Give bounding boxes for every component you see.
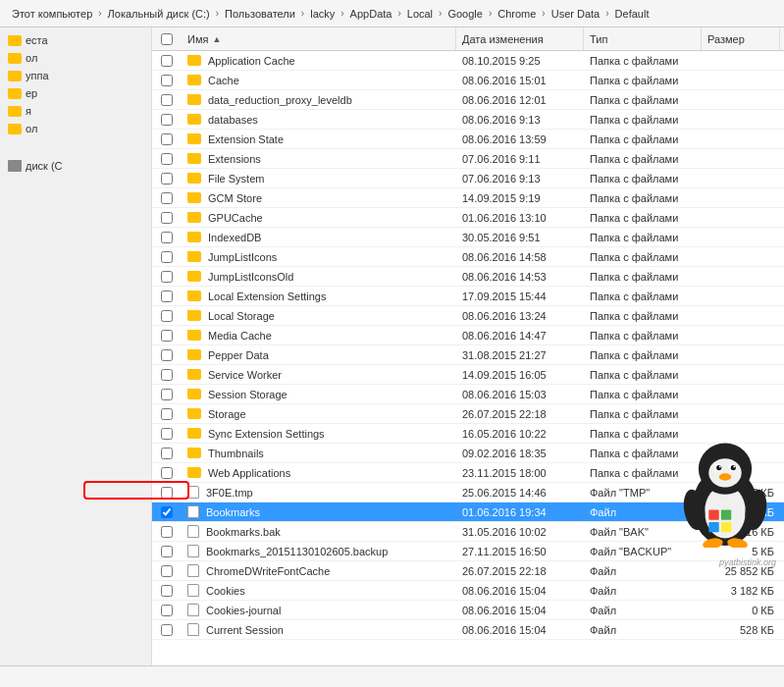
file-date: 08.06.2016 15:04 [456, 601, 584, 619]
row-checkbox[interactable] [161, 565, 173, 577]
row-checkbox[interactable] [161, 133, 173, 145]
file-date: 08.10.2015 9:25 [456, 51, 584, 70]
table-row[interactable]: Service Worker14.09.2015 16:05Папка с фа… [152, 365, 784, 385]
table-row[interactable]: GCM Store14.09.2015 9:19Папка с файлами [152, 188, 784, 208]
file-size [702, 267, 780, 286]
table-row[interactable]: Cookies-journal08.06.2016 15:04Файл0 КБ [152, 601, 784, 620]
table-row[interactable]: Local Extension Settings17.09.2015 15:44… [152, 287, 784, 306]
row-checkbox[interactable] [161, 153, 173, 165]
file-date: 25.06.2015 14:46 [456, 483, 584, 502]
svg-point-9 [733, 466, 735, 468]
file-size [702, 247, 780, 266]
folder-icon [187, 448, 201, 458]
file-area: Имя ▲ Дата изменения Тип Размер Applicat… [152, 27, 784, 665]
svg-point-7 [731, 465, 736, 470]
row-checkbox[interactable] [161, 291, 173, 302]
table-row[interactable]: JumpListIcons08.06.2016 14:58Папка с фай… [152, 247, 784, 267]
file-date: 16.05.2016 10:22 [456, 424, 584, 443]
address-bar[interactable]: Этот компьютер › Локальный диск (C:) › П… [0, 0, 784, 27]
table-row[interactable]: Storage26.07.2015 22:18Папка с файлами [152, 404, 784, 424]
row-checkbox[interactable] [161, 212, 173, 224]
table-row[interactable]: Media Cache08.06.2016 14:47Папка с файла… [152, 326, 784, 345]
row-checkbox[interactable] [161, 310, 173, 322]
file-date: 08.06.2016 9:13 [456, 110, 584, 129]
file-name: JumpListIconsOld [208, 271, 293, 283]
sidebar-item-2[interactable]: уппа [0, 67, 151, 84]
table-row[interactable]: File System07.06.2016 9:13Папка с файлам… [152, 169, 784, 188]
sidebar-item-1[interactable]: ол [0, 49, 151, 67]
row-checkbox[interactable] [161, 389, 173, 400]
col-header-name[interactable]: Имя ▲ [182, 27, 456, 50]
row-checkbox[interactable] [161, 251, 173, 263]
table-row[interactable]: Local Storage08.06.2016 13:24Папка с фай… [152, 306, 784, 326]
file-size [702, 385, 780, 403]
sidebar-item-drive[interactable]: диск (С [0, 157, 151, 175]
sidebar-item-4[interactable]: я [0, 102, 151, 120]
file-name: Application Cache [208, 55, 295, 67]
table-row[interactable]: Cookies08.06.2016 15:04Файл3 182 КБ [152, 581, 784, 601]
row-checkbox[interactable] [161, 173, 173, 185]
table-row[interactable]: Extensions07.06.2016 9:11Папка с файлами [152, 149, 784, 169]
col-header-date[interactable]: Дата изменения [456, 27, 584, 50]
sidebar-item-0[interactable]: еста [0, 31, 151, 49]
col-header-type[interactable]: Тип [584, 27, 702, 50]
folder-icon [8, 71, 22, 81]
watermark: pyatbistink.org [719, 557, 776, 567]
file-date: 07.06.2016 9:11 [456, 149, 584, 168]
table-row[interactable]: JumpListIconsOld08.06.2016 14:53Папка с … [152, 267, 784, 287]
status-bar [0, 665, 784, 687]
row-checkbox[interactable] [161, 467, 173, 479]
file-type: Папка с файлами [584, 228, 702, 246]
table-row[interactable]: databases08.06.2016 9:13Папка с файлами [152, 110, 784, 130]
row-checkbox[interactable] [161, 605, 173, 616]
file-name: Current Session [206, 624, 284, 636]
svg-rect-15 [708, 509, 718, 519]
file-date: 14.09.2015 9:19 [456, 188, 584, 207]
sidebar-item-5[interactable]: ол [0, 120, 151, 137]
sidebar-item-3[interactable]: ер [0, 84, 151, 102]
row-checkbox[interactable] [161, 192, 173, 204]
row-checkbox[interactable] [161, 349, 173, 361]
table-row[interactable]: Pepper Data31.08.2015 21:27Папка с файла… [152, 345, 784, 365]
folder-icon [8, 124, 22, 134]
row-checkbox[interactable] [161, 232, 173, 243]
table-row[interactable]: Application Cache08.10.2015 9:25Папка с … [152, 51, 784, 71]
row-checkbox[interactable] [161, 114, 173, 126]
row-checkbox[interactable] [161, 408, 173, 420]
file-name: Thumbnails [208, 448, 264, 459]
row-checkbox[interactable] [161, 55, 173, 67]
row-checkbox[interactable] [161, 624, 173, 636]
row-checkbox[interactable] [161, 75, 173, 86]
col-header-size[interactable]: Размер [702, 27, 780, 50]
row-checkbox[interactable] [161, 585, 173, 597]
table-row[interactable]: ChromeDWriteFontCache26.07.2015 22:18Фай… [152, 561, 784, 581]
file-date: 08.06.2016 14:47 [456, 326, 584, 344]
row-checkbox[interactable] [161, 271, 173, 283]
table-row[interactable]: data_reduction_proxy_leveldb08.06.2016 1… [152, 90, 784, 110]
folder-icon [187, 232, 201, 242]
table-row[interactable]: Session Storage08.06.2016 15:03Папка с ф… [152, 385, 784, 404]
table-row[interactable]: Extension State08.06.2016 13:59Папка с ф… [152, 130, 784, 149]
folder-icon [187, 291, 201, 301]
table-row[interactable]: Cache08.06.2016 15:01Папка с файлами [152, 71, 784, 90]
row-checkbox[interactable] [161, 526, 173, 538]
select-all-checkbox[interactable] [161, 33, 173, 45]
file-date: 08.06.2016 15:03 [456, 385, 584, 403]
file-date: 27.11.2015 16:50 [456, 542, 584, 560]
file-name: GPUCache [208, 212, 263, 224]
file-date: 08.06.2016 15:01 [456, 71, 584, 89]
row-checkbox[interactable] [161, 506, 173, 518]
row-checkbox[interactable] [161, 369, 173, 381]
row-checkbox[interactable] [161, 448, 173, 459]
row-checkbox[interactable] [161, 428, 173, 440]
row-checkbox[interactable] [161, 330, 173, 342]
table-row[interactable]: GPUCache01.06.2016 13:10Папка с файлами [152, 208, 784, 228]
row-checkbox[interactable] [161, 487, 173, 499]
row-checkbox[interactable] [161, 94, 173, 106]
folder-icon [187, 271, 201, 282]
table-row[interactable]: Current Session08.06.2016 15:04Файл528 К… [152, 620, 784, 640]
file-type: Папка с файлами [584, 51, 702, 70]
row-checkbox[interactable] [161, 546, 173, 557]
file-name: IndexedDB [208, 232, 261, 243]
table-row[interactable]: IndexedDB30.05.2016 9:51Папка с файлами [152, 228, 784, 247]
